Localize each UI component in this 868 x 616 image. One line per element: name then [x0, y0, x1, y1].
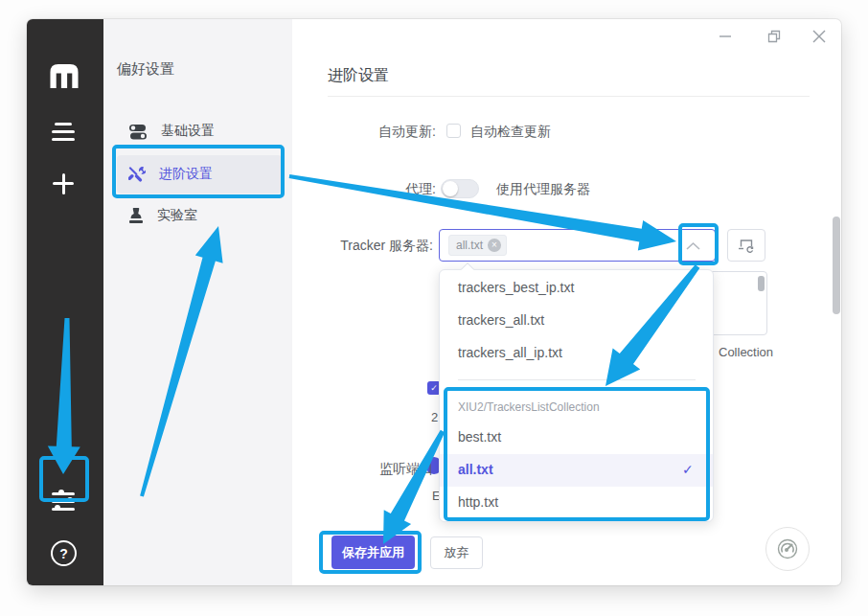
close-icon[interactable]	[810, 27, 829, 46]
nav-title: 偏好设置	[117, 60, 174, 79]
help-icon[interactable]: ?	[51, 540, 77, 566]
dropdown-item[interactable]: best.txt	[458, 429, 501, 445]
tracker-server-select[interactable]: all.txt ×	[439, 229, 716, 262]
discard-button[interactable]: 放弃	[430, 536, 483, 569]
auto-update-checkbox-label[interactable]: 自动检查更新	[470, 124, 551, 141]
nav-item-label: 进阶设置	[159, 166, 213, 183]
motrix-logo	[47, 61, 81, 88]
task-list-icon[interactable]	[55, 123, 72, 125]
title-divider	[328, 96, 810, 97]
nav-item-basic-settings[interactable]: 基础设置	[117, 112, 282, 150]
auto-update-checkbox[interactable]	[446, 124, 461, 138]
dropdown-item[interactable]: http.txt	[458, 494, 498, 510]
textarea-scrollbar-thumb[interactable]	[758, 276, 765, 291]
speed-fab-button[interactable]	[765, 527, 810, 571]
dropdown-item[interactable]: trackers_all.txt	[458, 312, 544, 328]
restore-button[interactable]	[765, 27, 784, 46]
chevron-up-icon[interactable]	[685, 241, 701, 251]
collection-link-fragment[interactable]: Collection	[719, 345, 773, 359]
screenshot-canvas: ? 偏好设置 基础设置 进阶设置 实验室	[0, 0, 868, 616]
speedometer-icon	[774, 536, 801, 562]
page-title: 进阶设置	[328, 66, 389, 86]
dropdown-item[interactable]: trackers_best_ip.txt	[458, 280, 574, 295]
nav-item-label: 实验室	[157, 207, 197, 224]
minimize-button[interactable]	[716, 29, 735, 44]
save-button[interactable]: 保存并应用	[331, 536, 415, 569]
dropdown-item[interactable]: trackers_all_ip.txt	[458, 345, 562, 360]
check-icon: ✓	[682, 462, 694, 477]
sync-date-fragment: 2	[431, 410, 438, 424]
tag-close-icon[interactable]: ×	[488, 239, 501, 252]
sync-icon	[738, 238, 755, 253]
toggles-icon	[128, 124, 148, 140]
dropdown-divider	[458, 379, 696, 380]
nav-item-lab[interactable]: 实验室	[117, 196, 282, 235]
tools-icon	[128, 166, 146, 183]
dropdown-item-selected[interactable]: all.txt	[458, 462, 493, 477]
tracker-tag: all.txt ×	[448, 235, 507, 256]
auto-update-label: 自动更新:	[316, 124, 436, 141]
preferences-nav-panel	[103, 19, 292, 585]
tracker-server-label: Tracker 服务器:	[287, 238, 433, 255]
nav-item-advanced-settings[interactable]: 进阶设置	[117, 155, 282, 194]
nav-item-label: 基础设置	[161, 123, 215, 140]
sync-trackers-button[interactable]	[727, 229, 765, 262]
app-sidebar	[27, 19, 103, 585]
listen-port-label: 监听端口	[337, 461, 433, 478]
proxy-toggle[interactable]	[441, 179, 479, 198]
proxy-label: 代理:	[316, 181, 436, 198]
stamp-icon	[128, 207, 144, 225]
dropdown-group-header: XIU2/TrackersListCollection	[458, 400, 600, 414]
proxy-toggle-label[interactable]: 使用代理服务器	[496, 181, 590, 198]
main-scrollbar-thumb[interactable]	[833, 217, 840, 314]
